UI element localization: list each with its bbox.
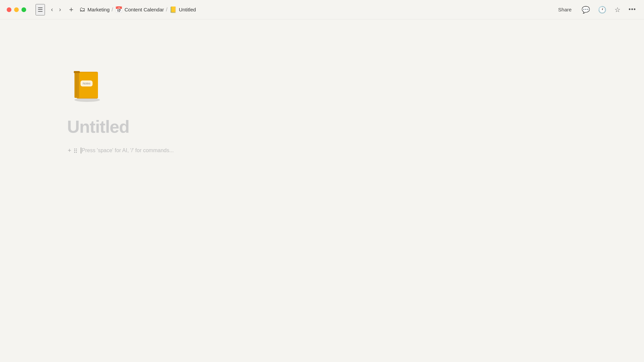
maximize-button[interactable] (21, 7, 26, 12)
content-block[interactable]: + Press 'space' for AI, '/' for commands… (67, 147, 577, 154)
breadcrumb-untitled-label: Untitled (179, 7, 196, 12)
sidebar-toggle-button[interactable]: ☰ (36, 4, 45, 15)
block-drag-button[interactable] (73, 148, 77, 154)
breadcrumb-item-untitled[interactable]: 📒 Untitled (169, 6, 196, 13)
breadcrumb: 🗂 Marketing / 📅 Content Calendar / 📒 Unt… (79, 6, 196, 13)
breadcrumb-content-calendar-label: Content Calendar (124, 7, 164, 12)
minimize-button[interactable] (14, 7, 19, 12)
marketing-icon: 🗂 (79, 6, 86, 13)
titlebar-right: Share 💬 🕐 ☆ ••• (555, 4, 637, 15)
page-title[interactable]: Untitled (67, 117, 577, 137)
nav-forward-button[interactable]: › (57, 5, 63, 14)
block-placeholder[interactable]: Press 'space' for AI, '/' for commands..… (81, 147, 174, 154)
nav-back-button[interactable]: ‹ (49, 5, 55, 14)
svg-rect-15 (74, 71, 80, 73)
history-icon: 🕐 (598, 6, 606, 14)
calendar-icon: 📅 (115, 6, 122, 13)
add-button[interactable]: + (67, 5, 75, 14)
history-button[interactable]: 🕐 (597, 4, 608, 15)
block-actions: + (67, 147, 77, 154)
more-options-button[interactable]: ••• (627, 5, 637, 14)
notebook-icon-wrapper: Notes (67, 66, 577, 103)
titlebar: ☰ ‹ › + 🗂 Marketing / 📅 Content Calendar… (0, 0, 644, 19)
share-button[interactable]: Share (555, 5, 575, 14)
breadcrumb-sep-2: / (166, 7, 167, 13)
notebook-svg: Notes (67, 66, 104, 103)
nav-arrows: ‹ › (49, 5, 63, 14)
titlebar-left: ☰ ‹ › + 🗂 Marketing / 📅 Content Calendar… (7, 4, 196, 15)
notebook-icon: Notes (67, 66, 104, 103)
sidebar-toggle-icon: ☰ (38, 6, 43, 13)
traffic-lights (7, 7, 26, 12)
drag-handle-icon (74, 148, 77, 153)
breadcrumb-item-content-calendar[interactable]: 📅 Content Calendar (115, 6, 164, 13)
text-cursor (81, 147, 81, 154)
comments-button[interactable]: 💬 (580, 4, 591, 15)
breadcrumb-sep-1: / (112, 7, 113, 13)
favorite-button[interactable]: ☆ (613, 4, 622, 15)
close-button[interactable] (7, 7, 11, 12)
block-add-button[interactable]: + (67, 147, 72, 154)
svg-text:Notes: Notes (83, 82, 91, 85)
comment-icon: 💬 (582, 6, 590, 14)
star-icon: ☆ (614, 6, 621, 14)
more-icon: ••• (629, 6, 636, 13)
page-content: Notes Untitled + (0, 19, 644, 362)
notebook-breadcrumb-icon: 📒 (169, 6, 177, 13)
breadcrumb-item-marketing[interactable]: 🗂 Marketing (79, 6, 110, 13)
breadcrumb-marketing-label: Marketing (88, 7, 110, 12)
